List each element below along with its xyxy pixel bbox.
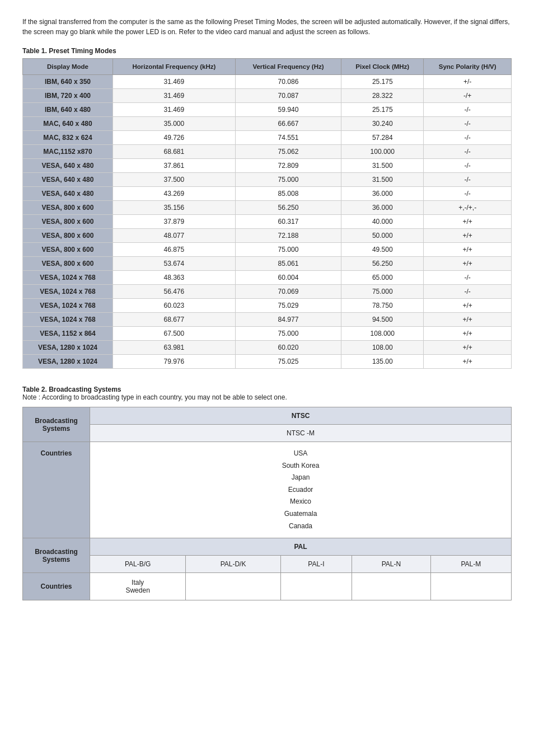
data-cell: 75.025 [235,355,341,369]
ntsc-header: NTSC [90,407,512,425]
data-cell: 75.000 [341,285,424,299]
data-cell: 48.363 [113,271,235,285]
data-cell: +/+ [424,341,512,355]
display-mode-cell: VESA, 1024 x 768 [23,299,113,313]
display-mode-cell: VESA, 800 x 600 [23,243,113,257]
display-mode-cell: IBM, 640 x 350 [23,75,113,89]
data-cell: 75.000 [235,243,341,257]
data-cell: +/+ [424,327,512,341]
data-cell: 35.000 [113,117,235,131]
data-cell: 74.551 [235,131,341,145]
data-cell: +/+ [424,257,512,271]
data-cell: 60.004 [235,271,341,285]
table-row: VESA, 800 x 60037.87960.31740.000+/+ [23,215,512,229]
data-cell: 75.000 [235,173,341,187]
display-mode-cell: VESA, 1280 x 1024 [23,341,113,355]
display-mode-cell: VESA, 1024 x 768 [23,285,113,299]
table-row: VESA, 640 x 48037.50075.00031.500-/- [23,173,512,187]
pal-dk-countries [186,573,281,600]
data-cell: 85.061 [235,257,341,271]
data-cell: 43.269 [113,187,235,201]
intro-paragraph: If the signal transferred from the compu… [22,17,512,37]
display-mode-cell: VESA, 800 x 600 [23,215,113,229]
data-cell: 79.976 [113,355,235,369]
display-mode-cell: MAC,1152 x870 [23,145,113,159]
data-cell: 94.500 [341,313,424,327]
data-cell: 68.681 [113,145,235,159]
data-cell: -/- [424,187,512,201]
table-row: VESA, 800 x 60046.87575.00049.500+/+ [23,243,512,257]
data-cell: 70.087 [235,89,341,103]
data-cell: 60.317 [235,215,341,229]
pal-bg: PAL-B/G [90,556,186,573]
data-cell: 72.809 [235,159,341,173]
table-row: IBM, 640 x 35031.46970.08625.175+/- [23,75,512,89]
data-cell: 37.879 [113,215,235,229]
data-cell: -/+ [424,89,512,103]
data-cell: 57.284 [341,131,424,145]
data-cell: 25.175 [341,103,424,117]
table-row: VESA, 1280 x 102479.97675.025135.00+/+ [23,355,512,369]
display-mode-cell: VESA, 640 x 480 [23,159,113,173]
pal-m: PAL-M [430,556,511,573]
pal-dk: PAL-D/K [186,556,281,573]
data-cell: 78.750 [341,299,424,313]
data-cell: +/+ [424,229,512,243]
display-mode-cell: IBM, 720 x 400 [23,89,113,103]
table-row: VESA, 800 x 60035.15656.25036.000+,-/+,- [23,201,512,215]
section2: Table 2. Broadcasting Systems Note : Acc… [22,386,512,600]
data-cell: +/+ [424,313,512,327]
data-cell: -/- [424,173,512,187]
col-sync-polarity: Sync Polarity (H/V) [424,59,512,75]
data-cell: 31.500 [341,173,424,187]
broadcasting-systems-label-ntsc: BroadcastingSystems [23,407,90,442]
data-cell: 37.500 [113,173,235,187]
data-cell: 30.240 [341,117,424,131]
data-cell: 70.069 [235,285,341,299]
table-row: VESA, 1152 x 86467.50075.000108.000+/+ [23,327,512,341]
display-mode-cell: VESA, 800 x 600 [23,257,113,271]
data-cell: 31.469 [113,103,235,117]
ntsc-subheader: NTSC -M [90,425,512,442]
data-cell: -/- [424,117,512,131]
data-cell: 67.500 [113,327,235,341]
table-row: IBM, 720 x 40031.46970.08728.322-/+ [23,89,512,103]
countries-label-ntsc: Countries [23,442,90,538]
broadcasting-systems-label-pal: BroadcastingSystems [23,538,90,573]
data-cell: 31.469 [113,75,235,89]
data-cell: 135.00 [341,355,424,369]
display-mode-cell: MAC, 640 x 480 [23,117,113,131]
data-cell: 56.250 [341,257,424,271]
data-cell: 49.500 [341,243,424,257]
table2-note: Note : According to broadcasting type in… [22,393,512,401]
pal-m-countries [430,573,511,600]
data-cell: 66.667 [235,117,341,131]
pal-countries-row: Countries ItalySweden [23,573,512,600]
pal-header: PAL [90,538,512,556]
data-cell: 37.861 [113,159,235,173]
pal-n: PAL-N [352,556,431,573]
data-cell: +/+ [424,299,512,313]
display-mode-cell: VESA, 1280 x 1024 [23,355,113,369]
display-mode-cell: VESA, 800 x 600 [23,201,113,215]
data-cell: 35.156 [113,201,235,215]
data-cell: -/- [424,103,512,117]
data-cell: -/- [424,285,512,299]
data-cell: 46.875 [113,243,235,257]
display-mode-cell: VESA, 1024 x 768 [23,271,113,285]
preset-timing-table: Display Mode Horizontal Frequency (kHz) … [22,58,512,369]
data-cell: 100.000 [341,145,424,159]
table-row: VESA, 640 x 48043.26985.00836.000-/- [23,187,512,201]
table-row: VESA, 800 x 60053.67485.06156.250+/+ [23,257,512,271]
data-cell: 75.029 [235,299,341,313]
data-cell: 31.469 [113,89,235,103]
data-cell: 84.977 [235,313,341,327]
table-row: VESA, 1024 x 76868.67784.97794.500+/+ [23,313,512,327]
data-cell: 108.00 [341,341,424,355]
data-cell: 59.940 [235,103,341,117]
data-cell: 60.023 [113,299,235,313]
countries-label-pal: Countries [23,573,90,600]
data-cell: 68.677 [113,313,235,327]
data-cell: 48.077 [113,229,235,243]
data-cell: -/- [424,145,512,159]
